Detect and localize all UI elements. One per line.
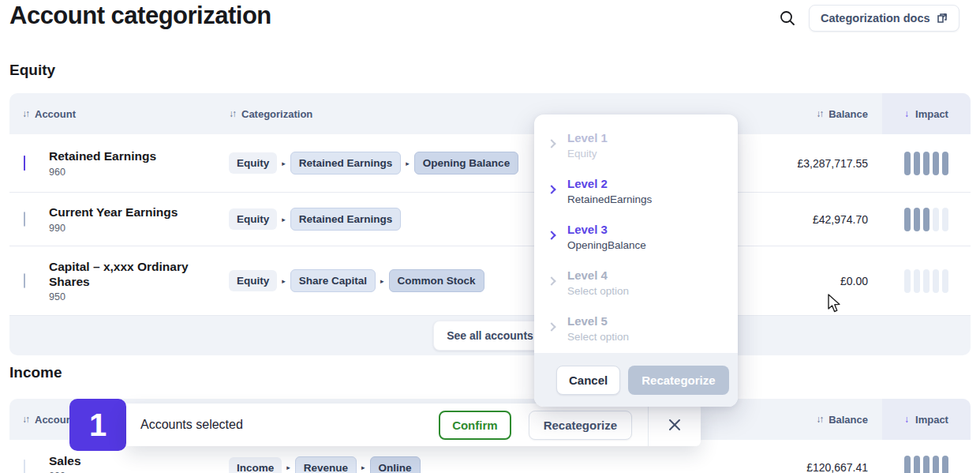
equity-table-footer: See all accounts (9, 316, 971, 355)
row-checkbox[interactable] (24, 460, 25, 473)
chevron-right-icon (547, 139, 555, 148)
close-icon (668, 418, 682, 432)
tag-separator-icon: ▸ (406, 160, 410, 167)
popup-level-2[interactable]: Level 2 RetainedEarnings (534, 170, 738, 216)
level-value: Select option (567, 285, 629, 297)
selected-count-badge: 1 (69, 399, 126, 451)
row-checkbox[interactable] (24, 212, 25, 227)
impact-meter (904, 152, 948, 175)
table-row-retained-earnings[interactable]: Retained Earnings 960 Equity ▸ Retained … (9, 134, 971, 193)
close-button[interactable] (649, 404, 701, 446)
popup-level-list: Level 1 Equity Level 2 RetainedEarnings … (534, 114, 738, 353)
selection-toast-label: Accounts selected (140, 418, 243, 432)
see-all-accounts-button[interactable]: See all accounts (433, 321, 547, 351)
balance-value: £42,974.70 (716, 213, 882, 226)
category-tag[interactable]: Common Stock (389, 269, 484, 292)
account-name: Current Year Earnings (49, 205, 221, 220)
balance-value: £120,667.41 (716, 461, 882, 473)
tag-separator-icon: ▸ (282, 216, 286, 223)
popup-level-1[interactable]: Level 1 Equity (534, 124, 738, 170)
popup-level-5[interactable]: Level 5 Select option (534, 307, 738, 353)
column-header-categorization-label: Categorization (241, 108, 312, 120)
level-value: OpeningBalance (567, 239, 646, 251)
sort-icon[interactable]: ↓↑ (816, 108, 822, 119)
column-header-balance[interactable]: ↓↑ Balance (716, 93, 882, 134)
account-name: Sales (49, 453, 221, 468)
column-header-balance-label: Balance (829, 108, 868, 120)
sort-icon[interactable]: ↓↑ (816, 414, 822, 425)
search-button[interactable] (777, 9, 798, 29)
category-tag[interactable]: Income (229, 457, 282, 473)
external-link-icon (937, 13, 948, 24)
page-title: Account categorization (9, 2, 271, 30)
category-tag[interactable]: Opening Balance (414, 152, 518, 175)
column-header-impact[interactable]: ↓ Impact (882, 399, 971, 440)
category-tag[interactable]: Online (370, 456, 421, 473)
category-tag[interactable]: Retained Earnings (290, 208, 402, 231)
level-label: Level 2 (567, 177, 652, 190)
account-code: 950 (49, 291, 221, 302)
chevron-right-icon (547, 322, 555, 331)
row-checkbox[interactable] (24, 156, 25, 171)
search-icon (778, 9, 797, 28)
sort-down-icon[interactable]: ↓ (904, 414, 909, 425)
section-heading-income: Income (9, 364, 62, 381)
confirm-button[interactable]: Confirm (439, 411, 511, 440)
account-code: 990 (49, 223, 221, 234)
account-categorization-page: Account categorization Categorization do… (0, 0, 980, 473)
category-tag[interactable]: Equity (229, 152, 277, 174)
level-label: Level 4 (567, 268, 629, 282)
account-code: 960 (49, 167, 221, 178)
level-value: RetainedEarnings (567, 193, 652, 205)
equity-table-header: ↓↑ Account ↓↑ Categorization ↓↑ Balance … (9, 93, 971, 134)
popup-level-4[interactable]: Level 4 Select option (534, 261, 738, 307)
column-header-impact[interactable]: ↓ Impact (882, 93, 971, 134)
column-header-balance[interactable]: ↓↑ Balance (716, 399, 882, 440)
table-row-current-year-earnings[interactable]: Current Year Earnings 990 Equity ▸ Retai… (9, 193, 971, 246)
sort-icon[interactable]: ↓↑ (22, 108, 28, 119)
chevron-right-icon (547, 231, 555, 239)
column-header-account-label: Account (35, 108, 76, 120)
popup-footer: Cancel Recategorize (534, 353, 738, 407)
level-label: Level 3 (567, 223, 646, 236)
tag-separator-icon: ▸ (361, 464, 365, 471)
tag-separator-icon: ▸ (282, 277, 286, 285)
popup-level-3[interactable]: Level 3 OpeningBalance (534, 216, 738, 261)
recategorize-popup: Level 1 Equity Level 2 RetainedEarnings … (534, 114, 738, 407)
impact-meter (904, 456, 948, 473)
account-name: Capital – x,xxx Ordinary Shares (49, 259, 221, 290)
cancel-button[interactable]: Cancel (556, 366, 620, 395)
table-row-capital-ordinary-shares[interactable]: Capital – x,xxx Ordinary Shares 950 Equi… (9, 246, 971, 316)
category-tag[interactable]: Share Capital (290, 269, 376, 292)
tag-separator-icon: ▸ (380, 277, 384, 285)
category-tag[interactable]: Retained Earnings (290, 152, 402, 175)
sort-down-icon[interactable]: ↓ (904, 108, 909, 119)
level-label: Level 5 (567, 314, 629, 328)
category-tag[interactable]: Equity (229, 270, 277, 291)
equity-table: ↓↑ Account ↓↑ Categorization ↓↑ Balance … (9, 93, 971, 355)
balance-value: £3,287,717.55 (716, 157, 882, 170)
level-label: Level 1 (567, 131, 608, 145)
level-value: Select option (567, 331, 629, 343)
tag-separator-icon: ▸ (286, 464, 290, 471)
column-header-account[interactable]: ↓↑ Account (9, 93, 229, 134)
tag-separator-icon: ▸ (282, 160, 286, 167)
level-value: Equity (567, 148, 608, 160)
toast-recategorize-button[interactable]: Recategorize (529, 411, 632, 440)
account-name: Retained Earnings (49, 148, 221, 163)
sort-icon[interactable]: ↓↑ (22, 414, 28, 425)
row-checkbox[interactable] (24, 273, 25, 288)
column-header-impact-label: Impact (915, 108, 948, 120)
impact-meter (904, 269, 948, 293)
sort-icon[interactable]: ↓↑ (229, 108, 235, 119)
categorization-docs-label: Categorization docs (821, 12, 930, 24)
chevron-right-icon (547, 276, 555, 285)
recategorize-button-disabled[interactable]: Recategorize (628, 366, 728, 395)
column-header-impact-label: Impact (915, 414, 948, 426)
section-heading-equity: Equity (9, 62, 55, 79)
balance-value: £0.00 (716, 275, 882, 287)
category-tag[interactable]: Revenue (295, 456, 357, 473)
selection-toast-bar: Accounts selected Confirm Recategorize (126, 404, 701, 446)
categorization-docs-button[interactable]: Categorization docs (809, 5, 959, 32)
category-tag[interactable]: Equity (229, 208, 277, 230)
